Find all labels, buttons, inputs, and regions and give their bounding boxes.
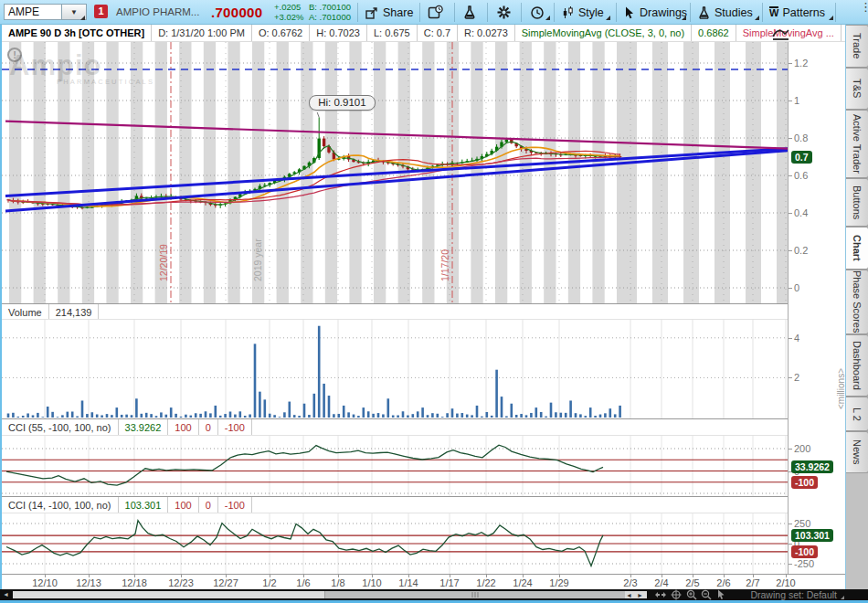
analyze-button[interactable] (462, 0, 477, 25)
patterns-label: Patterns (782, 6, 825, 19)
time-axis-label: 1/24 (513, 577, 532, 588)
drawing-set-selector[interactable]: Drawing set: Default (750, 589, 837, 600)
time-axis-label: 2/10 (776, 577, 795, 588)
time-axis-tick (134, 575, 135, 577)
time-axis-tick (181, 575, 182, 577)
trading-platform-window: ▼ 1 AMPIO PHARM... .700000 +.0205 +3.02%… (0, 0, 868, 603)
price-change-block: +.0205 +3.02% (274, 3, 304, 22)
sidebar-tab-active-trader[interactable]: Active Trader (846, 110, 868, 178)
time-axis-label: 2/6 (716, 577, 730, 588)
time-axis-label: 1/6 (296, 577, 310, 588)
chart-group-badge[interactable]: 1 (94, 5, 108, 18)
time-axis-label: 12/27 (213, 577, 238, 588)
time-axis-label: 1/17 (439, 577, 459, 588)
cci14-badge: -100 (791, 545, 818, 558)
scrollbar-track[interactable]: ◄ ► (13, 591, 647, 598)
zoom-out-icon[interactable] (700, 589, 713, 600)
sidebar-tab-news[interactable]: News (846, 431, 868, 473)
time-axis-label: 2/7 (746, 577, 759, 588)
timeframe-button[interactable] (530, 0, 545, 25)
patterns-icon: W (769, 6, 778, 18)
studies-flask-icon (697, 5, 711, 20)
price-pane[interactable]: 12/20/191/17/202019 year ! Ampio PHARMAC… (2, 42, 788, 303)
cci14-header-cell: 103.301 (119, 497, 169, 513)
time-axis-tick (270, 575, 270, 577)
drawings-label: Drawings (640, 6, 687, 19)
drawings-button[interactable]: Drawings (623, 0, 687, 25)
volume-bars (7, 326, 621, 418)
scroll-left-arrow[interactable]: ◄ (3, 591, 9, 598)
share-button[interactable]: Share (365, 0, 413, 25)
sidebar-tab-chart[interactable]: Chart (846, 227, 868, 270)
sidebar-tab-l-2[interactable]: L 2 (846, 397, 868, 431)
chart-header-cell: C: 0.7 (418, 25, 458, 41)
cci14-header-cell: 0 (199, 497, 218, 513)
axis-tick (789, 288, 792, 289)
scroll-page-left[interactable]: ◄ (626, 592, 632, 598)
cci14-badge: 103.301 (791, 529, 833, 542)
sidebar-tab-dashboard[interactable]: Dashboard (846, 334, 868, 397)
settings-button[interactable] (496, 0, 512, 25)
toolbar-overflow-button[interactable]: ⋮ (860, 5, 867, 10)
sidebar-tab-phase-scores[interactable]: Phase Scores (846, 270, 868, 334)
axis-tick (789, 63, 792, 64)
axis-tick (789, 449, 792, 450)
time-axis-label: 12/10 (32, 577, 58, 588)
pan-icon[interactable] (654, 589, 667, 600)
time-axis-tick (693, 575, 693, 577)
info-icon[interactable]: ! (7, 48, 22, 62)
time-axis-label: 1/8 (331, 577, 344, 588)
time-axis: 12/1012/1312/1812/2312/271/21/61/81/101/… (2, 574, 847, 589)
cci55-pane[interactable] (2, 436, 788, 496)
time-axis-label: 12/13 (76, 577, 101, 588)
studies-button[interactable]: Studies (697, 0, 753, 25)
symbol-corner-grip (80, 16, 85, 20)
pointer-icon[interactable] (715, 589, 727, 600)
volume-gridlines (2, 320, 788, 418)
svg-text:12/20/19: 12/20/19 (158, 244, 169, 281)
zoom-in-icon[interactable] (685, 589, 698, 600)
time-axis-tick (89, 575, 90, 577)
time-axis-tick (753, 575, 754, 577)
cci14-axis-label: -250 (794, 558, 814, 569)
cci55-header-row: CCI (55, -100, 100, no)33.92621000-100 (2, 418, 847, 436)
price-axis-label: 0.4 (794, 207, 808, 218)
scrollbar-thumb[interactable] (324, 591, 625, 598)
chart-header-cell: AMPE 90 D 3h [OTC OTHER] (2, 25, 152, 41)
candlestick-style-icon (561, 5, 575, 20)
patterns-button[interactable]: W Patterns (769, 0, 825, 25)
sidebar-tab-buttons[interactable]: Buttons (846, 178, 868, 227)
axis-tick (789, 175, 792, 176)
bid-ask-block: B: .700100 A: .701000 (309, 3, 351, 22)
chart-style-curve-icon[interactable] (771, 26, 791, 41)
cci14-header-cell: 100 (168, 497, 198, 513)
sidebar-tab-trade[interactable]: Trade (846, 25, 868, 68)
trendline-2 (5, 122, 788, 149)
time-axis-tick (786, 575, 787, 577)
price-chart-svg: 12/20/191/17/202019 year (2, 42, 788, 303)
volume-pane[interactable] (2, 320, 788, 418)
cci14-header-cell: CCI (14, -100, 100, no) (2, 497, 119, 513)
axis-tick (789, 338, 792, 339)
time-axis-tick (559, 575, 560, 577)
scroll-page-right[interactable]: ► (637, 592, 643, 598)
cci55-chart-svg (2, 436, 788, 496)
callout-tail (317, 112, 319, 117)
events-icon (428, 5, 444, 20)
cci55-header-cell: 33.9262 (119, 419, 169, 435)
cci14-gridlines (2, 513, 788, 574)
crosshair-icon[interactable] (670, 589, 683, 600)
time-axis-label: 2/5 (685, 577, 699, 588)
style-button[interactable]: Style (561, 0, 604, 25)
price-axis-label: 0.2 (794, 245, 808, 256)
bid-value: B: .700100 (309, 3, 351, 13)
drawing-set-corner (841, 596, 844, 599)
cci14-pane[interactable] (2, 513, 788, 574)
time-axis-tick (486, 575, 487, 577)
symbol-input[interactable] (4, 4, 62, 20)
events-button[interactable] (428, 0, 444, 25)
sidebar-tab-t-s[interactable]: T&S (846, 68, 868, 110)
axis-tick (789, 544, 792, 545)
ask-value: A: .701000 (309, 13, 351, 23)
chart-header-cell: O: 0.6762 (252, 25, 310, 41)
